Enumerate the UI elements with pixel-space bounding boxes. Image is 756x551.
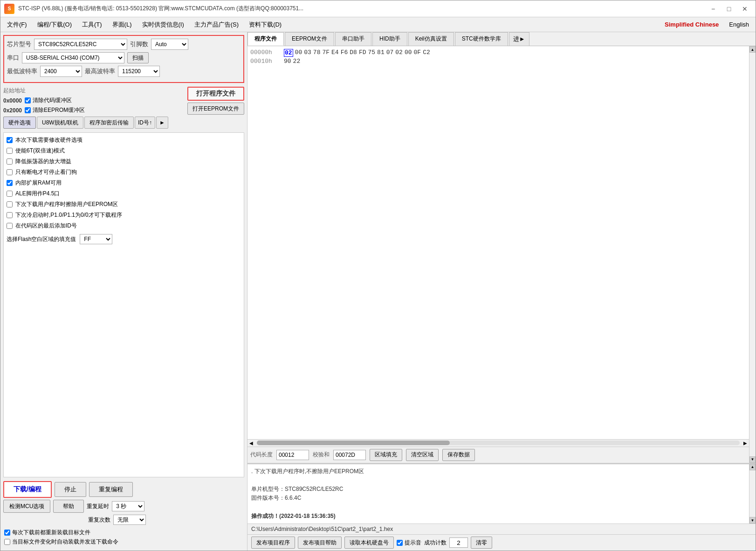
max-baud-label: 最高波特率 [85,67,115,76]
sound-label[interactable]: 提示音 [397,539,421,547]
chip-select[interactable]: STC89C52RC/LE52RC [34,39,127,50]
path-bar: C:\Users\Administrator\Desktop\51C\part2… [247,523,756,534]
scan-button[interactable]: 扫描 [127,52,149,63]
lang-chinese[interactable]: Simplified Chinese [660,19,723,30]
hex-bytes-1: 90 22 [284,58,300,65]
hex-byte-0-13: 00 [405,49,412,57]
help-button[interactable]: 帮助 [53,500,84,513]
hw-tab-id[interactable]: ID号↑ [135,117,155,129]
reload-file-checkbox[interactable] [4,530,10,536]
tab-serial[interactable]: 串口助手 [335,32,371,46]
title-text: STC-ISP (V6.88L) (服务电话/销售电话: 0513-550129… [18,5,706,13]
option-checkbox-4[interactable] [7,180,13,186]
log-scroll-up[interactable]: ▲ [749,464,756,470]
scroll-track [257,441,740,445]
sound-checkbox[interactable] [397,540,403,546]
hw-tabs: 硬件选项 U8W脱机/联机 程序加密后传输 ID号↑ ► [3,117,244,129]
tab-more[interactable]: 进► [509,32,529,46]
success-count-label: 成功计数 [424,539,447,547]
log-line-0: . 下次下载用户程序时,不擦除用户EEPROM区 [251,467,745,476]
checksum-input[interactable] [333,450,366,460]
lang-english[interactable]: English [724,19,754,30]
fill-val-select[interactable]: FF [80,234,112,244]
hex-scrollbar[interactable]: ◀ ▶ [247,439,749,447]
option-checkbox-0[interactable] [7,137,13,143]
close-button[interactable]: ✕ [738,3,752,14]
publish-help-button[interactable]: 发布项目帮助 [298,537,342,549]
hw-tab-u8w[interactable]: U8W脱机/联机 [37,117,83,129]
option-checkbox-2[interactable] [7,158,13,165]
option-label-4: 内部扩展RAM可用 [15,179,62,187]
max-baud-select[interactable]: 115200 [118,66,160,77]
hw-tab-options[interactable]: 硬件选项 [3,117,36,129]
clear-count-button[interactable]: 清零 [471,537,492,549]
hex-bytes-0: 02 00 03 78 7F E4 F6 D8 FD 75 81 [284,49,430,57]
pin-label: 引脚数 [130,40,148,48]
pin-select[interactable]: Auto [151,39,188,50]
fill-area-button[interactable]: 区域填充 [370,449,402,461]
success-count-input[interactable] [449,537,468,548]
log-inner: . 下次下载用户程序时,不擦除用户EEPROM区 单片机型号：STC89C52R… [247,464,756,523]
scroll-thumb[interactable] [257,441,450,445]
port-select[interactable]: USB-SERIAL CH340 (COM7) [22,52,124,63]
auto-load-checkbox[interactable] [4,539,10,545]
hw-tab-arrow[interactable]: ► [156,117,168,129]
scroll-left-btn[interactable]: ◀ [247,441,255,446]
open-program-button[interactable]: 打开程序文件 [187,87,244,101]
option-checkbox-5[interactable] [7,191,13,197]
detect-button[interactable]: 检测MCU选项 [3,500,50,513]
reload-file-label[interactable]: 每次下载前都重新装载目标文件 [4,529,243,537]
clear-area-button[interactable]: 清空区域 [406,449,439,461]
minimize-button[interactable]: − [706,3,720,14]
log-line-5: 操作成功！(2022-01-18 15:36:35) [251,512,745,521]
title-bar: S STC-ISP (V6.88L) (服务电话/销售电话: 0513-5501… [0,0,756,17]
auto-load-label[interactable]: 当目标文件变化时自动装载并发送下载命令 [4,538,243,546]
min-baud-label: 最低波特率 [7,67,37,76]
log-line-2: 单片机型号：STC89C52RC/LE52RC [251,485,745,494]
menu-ads[interactable]: 主力产品广告(S) [190,19,243,31]
hex-scroll-up[interactable]: ▲ [749,46,756,53]
tab-program-file[interactable]: 程序文件 [247,32,284,46]
save-data-button[interactable]: 保存数据 [442,449,475,461]
hex-scroll-down[interactable]: ▼ [749,456,756,463]
scroll-right-btn[interactable]: ▶ [742,441,749,446]
menu-file[interactable]: 文件(F) [2,19,32,31]
repeat-button[interactable]: 重复编程 [89,482,133,497]
option-checkbox-8[interactable] [7,223,13,229]
menu-program[interactable]: 编程/下载(O) [33,19,76,31]
clear-eeprom-checkbox-label[interactable]: 清除EEPROM缓冲区 [25,106,85,114]
publish-prog-button[interactable]: 发布项目程序 [251,537,295,549]
repeat-delay-select[interactable]: 3 秒 [112,501,144,511]
repeat-count-select[interactable]: 无限 [113,515,146,525]
tab-hid[interactable]: HID助手 [372,32,407,46]
hex-viewer[interactable]: 00000h 02 00 03 78 7F E4 F6 D8 FD [247,46,749,439]
clear-eeprom-checkbox[interactable] [25,107,31,113]
menu-tools[interactable]: 工具(T) [77,19,107,31]
tab-math[interactable]: STC硬件数学库 [455,32,508,46]
stop-button[interactable]: 停止 [55,482,86,497]
tab-keil[interactable]: Keil仿真设置 [408,32,454,46]
repeat-count-row: 重复次数 无限 [3,515,244,525]
clear-code-checkbox-label[interactable]: 清除代码缓冲区 [25,96,72,104]
hex-addr-0: 00000h [250,49,278,57]
log-scroll-down[interactable]: ▼ [749,517,756,523]
menu-download[interactable]: 资料下载(D) [244,19,286,31]
option-checkbox-6[interactable] [7,201,13,207]
menu-supply[interactable]: 实时供货信息(I) [137,19,189,31]
menu-ui[interactable]: 界面(L) [108,19,137,31]
read-sn-button[interactable]: 读取本机硬盘号 [344,537,394,549]
option-checkbox-1[interactable] [7,148,13,154]
code-len-input[interactable] [276,450,309,460]
clear-code-checkbox[interactable] [25,97,31,103]
hw-tab-encrypt[interactable]: 程序加密后传输 [84,117,134,129]
open-eeprom-button[interactable]: 打开EEPROM文件 [187,103,244,115]
option-checkbox-7[interactable] [7,212,13,218]
hex-byte-1-0: 90 [284,58,291,65]
tab-eeprom-file[interactable]: EEPROM文件 [285,32,334,46]
hex-byte-0-2: 03 [304,49,311,57]
option-checkbox-3[interactable] [7,169,13,175]
download-button[interactable]: 下载/编程 [3,481,52,498]
maximize-button[interactable]: □ [722,3,736,14]
min-baud-select[interactable]: 2400 [40,66,82,77]
log-area[interactable]: . 下次下载用户程序时,不擦除用户EEPROM区 单片机型号：STC89C52R… [247,464,749,523]
